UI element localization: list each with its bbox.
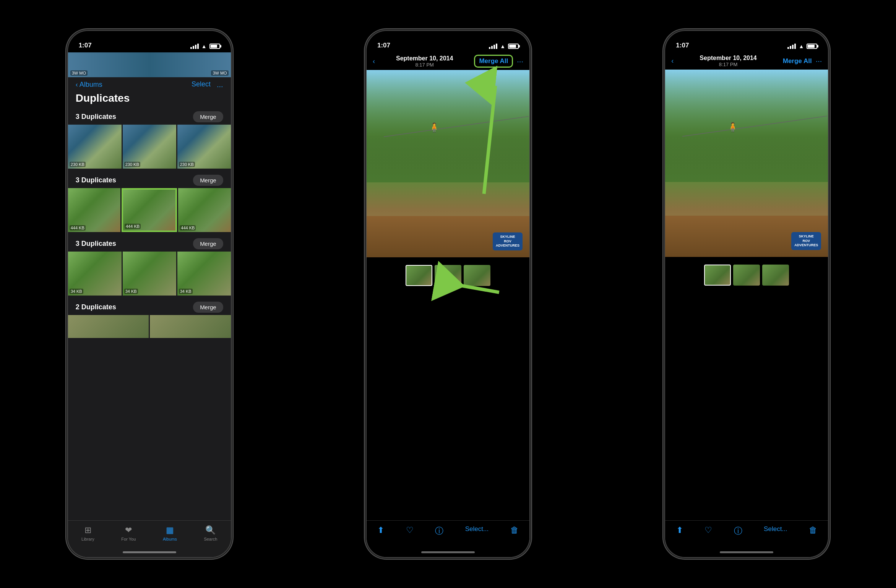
phone-frame-3: 1:07 ▲ ‹ (664, 30, 829, 558)
nav-actions-1: Select ... (192, 80, 223, 89)
dup-group-3: 3 Duplicates Merge 34 KB 34 KB 34 KB (68, 234, 231, 296)
strip-thumb-3-3[interactable] (762, 265, 789, 286)
select-btn-2[interactable]: Select... (465, 525, 489, 533)
merge-all-btn-3[interactable]: Merge All (783, 57, 812, 65)
phone-2-wrapper: 1:07 ▲ ‹ (366, 30, 530, 558)
photo-3-2[interactable]: 34 KB (123, 252, 176, 296)
photo-2-2[interactable]: 444 KB (122, 188, 177, 232)
more-btn-2[interactable]: ··· (517, 57, 523, 66)
merge-btn-2[interactable]: Merge (193, 175, 223, 186)
detail-nav-center-3: September 10, 2014 8:17 PM (674, 55, 782, 67)
page-title-1: Duplicates (68, 92, 231, 107)
skyline-logo-2: SKYLINEROVADVENTURES (493, 232, 523, 250)
tab-search[interactable]: 🔍 Search (204, 525, 217, 541)
tab-foryou[interactable]: ❤ For You (121, 525, 136, 541)
battery-icon-2 (508, 44, 519, 49)
albums-icon: ▦ (166, 525, 174, 535)
photo-2-3[interactable]: 444 KB (178, 188, 230, 232)
phone-1: 1:07 ▲ 3W MO (67, 30, 232, 558)
more-btn-1[interactable]: ... (217, 80, 223, 89)
detail-time-3: 8:17 PM (674, 62, 782, 67)
photo-size-1-2: 230 KB (124, 162, 140, 167)
tab-library-label: Library (81, 537, 94, 541)
select-btn-1[interactable]: Select (192, 80, 211, 89)
phone-frame-2: 1:07 ▲ ‹ (366, 30, 530, 558)
battery-icon-3 (807, 44, 817, 49)
signal-icon-3 (787, 44, 796, 49)
tab-albums[interactable]: ▦ Albums (163, 525, 177, 541)
merge-btn-4[interactable]: Merge (193, 302, 223, 313)
photos-row-1: 230 KB 230 KB 230 KB (68, 125, 231, 169)
photos-row-3: 34 KB 34 KB 34 KB (68, 252, 231, 296)
strip-thumb-3-1[interactable] (704, 265, 731, 286)
foryou-icon: ❤ (125, 525, 132, 535)
tab-search-label: Search (204, 537, 217, 541)
info-btn-2[interactable]: ⓘ (435, 525, 443, 537)
battery-icon-1 (209, 44, 220, 49)
photo-size-1-3: 230 KB (179, 162, 195, 167)
photo-3-3[interactable]: 34 KB (177, 252, 231, 296)
detail-date-3: September 10, 2014 (674, 55, 782, 62)
photo-3-1[interactable]: 34 KB (68, 252, 122, 296)
home-indicator-1 (123, 551, 176, 553)
dup-count-2: 3 Duplicates (76, 176, 116, 184)
share-btn-2[interactable]: ⬆ (377, 525, 384, 535)
photo-4-1[interactable] (68, 315, 149, 338)
zipline-person-2: 🧍 (429, 122, 440, 133)
dup-header-3: 3 Duplicates Merge (68, 234, 231, 252)
detail-nav-center-2: September 10, 2014 8:17 PM (375, 55, 474, 68)
status-icons-3: ▲ (787, 43, 817, 49)
delete-btn-2[interactable]: 🗑 (510, 525, 519, 535)
zipline-person-3: 🧍 (727, 122, 739, 133)
strip-thumb-2-2[interactable] (435, 265, 461, 286)
dup-count-1: 3 Duplicates (76, 113, 116, 121)
dup-group-2: 3 Duplicates Merge 444 KB 444 KB 444 KB (68, 171, 231, 232)
photo-1-3[interactable]: 230 KB (177, 125, 231, 169)
more-btn-3[interactable]: ··· (816, 57, 822, 65)
info-btn-3[interactable]: ⓘ (734, 525, 742, 537)
phone2-content: ‹ September 10, 2014 8:17 PM Merge All ·… (367, 52, 529, 557)
detail-time-2: 8:17 PM (375, 62, 474, 68)
tab-library[interactable]: ⊞ Library (81, 525, 94, 541)
back-albums-btn[interactable]: ‹ Albums (76, 81, 102, 89)
delete-btn-3[interactable]: 🗑 (809, 525, 817, 535)
phone-screen-3: 1:07 ▲ ‹ (665, 31, 828, 557)
select-btn-3[interactable]: Select... (764, 525, 787, 533)
main-photo-3: 🧍 SKYLINEROVADVENTURES (665, 70, 828, 257)
heart-btn-3[interactable]: ♡ (704, 525, 712, 535)
status-time-3: 1:07 (676, 42, 689, 49)
detail-date-2: September 10, 2014 (375, 55, 474, 62)
signal-icon-2 (489, 44, 497, 49)
share-btn-3[interactable]: ⬆ (676, 525, 683, 535)
status-icons-1: ▲ (190, 43, 220, 49)
photo-size-2-3: 444 KB (180, 225, 196, 231)
phone3-content: ‹ September 10, 2014 8:17 PM Merge All ·… (665, 52, 828, 557)
merge-all-btn-2[interactable]: Merge All (474, 55, 513, 68)
dup-header-1: 3 Duplicates Merge (68, 107, 231, 125)
strip-thumb-2-1[interactable] (406, 265, 432, 286)
merge-btn-3[interactable]: Merge (193, 238, 223, 249)
tab-foryou-label: For You (121, 537, 136, 541)
phone-3-wrapper: 1:07 ▲ ‹ (664, 30, 829, 558)
strip-thumb-2-3[interactable] (464, 265, 490, 286)
photo-1-2[interactable]: 230 KB (123, 125, 176, 169)
photos-row-4 (68, 315, 231, 338)
main-photo-2: 🧍 SKYLINEROVADVENTURES (367, 70, 529, 257)
strip-thumb-3-2[interactable] (733, 265, 760, 286)
dup-group-1: 3 Duplicates Merge 230 KB 230 KB 230 KB (68, 107, 231, 169)
photo-2-1[interactable]: 444 KB (68, 188, 120, 232)
wifi-icon-2: ▲ (500, 43, 505, 49)
heart-btn-2[interactable]: ♡ (406, 525, 414, 535)
signal-icon-1 (190, 44, 199, 49)
status-time-2: 1:07 (377, 42, 390, 49)
merge-btn-1[interactable]: Merge (193, 111, 223, 122)
tab-albums-label: Albums (163, 537, 177, 541)
photo-4-2[interactable] (150, 315, 231, 338)
notch-1 (119, 31, 180, 45)
phone-screen-2: 1:07 ▲ ‹ (367, 31, 529, 557)
wifi-icon-3: ▲ (799, 43, 804, 49)
photo-1-1[interactable]: 230 KB (68, 125, 122, 169)
library-icon: ⊞ (84, 525, 91, 535)
dup-header-2: 3 Duplicates Merge (68, 171, 231, 188)
top-partial-image: 3W MO 3W MO (68, 52, 231, 77)
